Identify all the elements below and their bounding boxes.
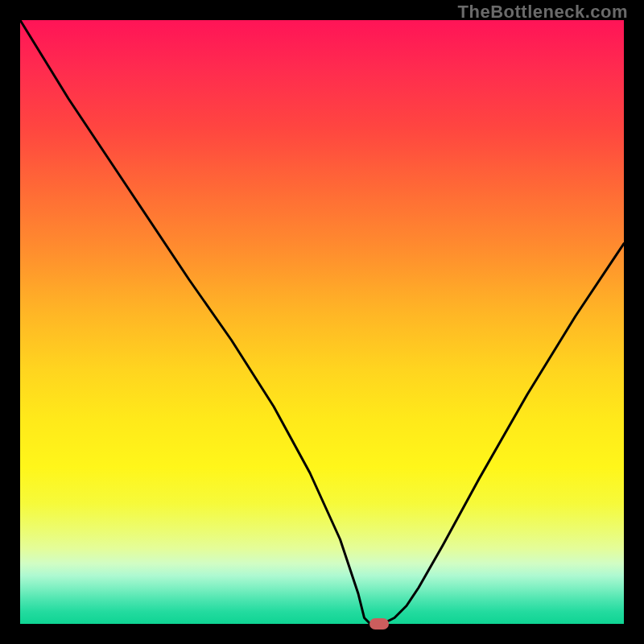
optimum-marker (369, 618, 389, 630)
curve-svg (20, 20, 624, 624)
plot-area (20, 20, 624, 624)
chart-frame: TheBottleneck.com (0, 0, 644, 644)
bottleneck-curve (20, 20, 624, 624)
